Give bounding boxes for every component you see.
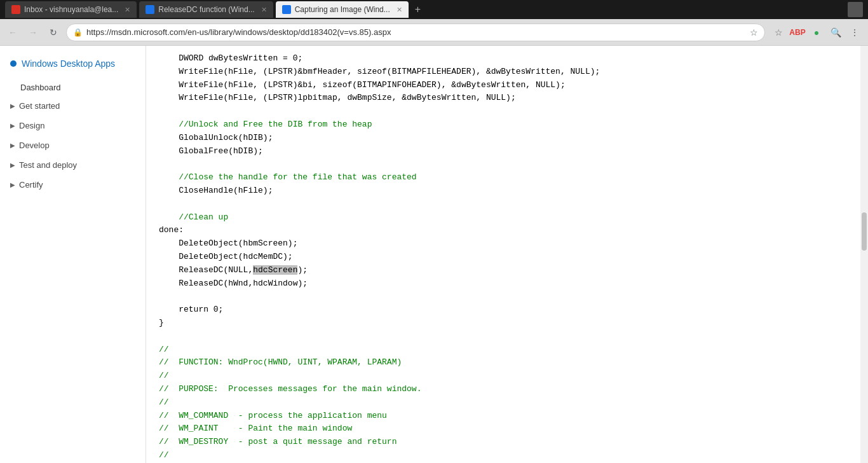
get-started-arrow-icon: ▶: [10, 102, 15, 109]
main-layout: Windows Desktop Apps Dashboard ▶ Get sta…: [0, 46, 868, 463]
forward-button[interactable]: →: [25, 25, 41, 40]
code-block: DWORD dwBytesWritten = 0; WriteFile(hFil…: [146, 46, 860, 463]
zoom-button[interactable]: 🔍: [827, 24, 844, 41]
new-tab-button[interactable]: +: [411, 4, 424, 15]
browser-actions: ☆ ABP ● 🔍 ⋮: [770, 24, 863, 41]
adblock-button[interactable]: ABP: [789, 24, 806, 41]
sidebar-item-test-and-deploy[interactable]: ▶ Test and deploy: [0, 155, 146, 175]
tab-capturing-close[interactable]: ✕: [397, 6, 402, 14]
sidebar-item-design[interactable]: ▶ Design: [0, 116, 146, 135]
test-arrow-icon: ▶: [10, 162, 15, 169]
browser-chrome: ← → ↻ 🔒 https://msdn.microsoft.com/en-us…: [0, 19, 868, 46]
tab-capturing[interactable]: Capturing an Image (Wind... ✕: [276, 1, 409, 18]
tab-gmail-label: Inbox - vishnuyanala@lea...: [24, 5, 118, 14]
lock-icon: 🔒: [73, 28, 83, 37]
menu-button[interactable]: ⋮: [846, 24, 863, 41]
sidebar: Windows Desktop Apps Dashboard ▶ Get sta…: [0, 46, 146, 463]
sidebar-item-certify[interactable]: ▶ Certify: [0, 175, 146, 195]
url-text: https://msdn.microsoft.com/en-us/library…: [86, 27, 746, 37]
tab-releasedc-close[interactable]: ✕: [261, 6, 267, 14]
sidebar-item-dashboard[interactable]: Dashboard: [0, 79, 146, 96]
back-button[interactable]: ←: [5, 25, 20, 40]
bookmark-star-icon[interactable]: ☆: [750, 27, 758, 38]
develop-arrow-icon: ▶: [10, 142, 15, 149]
certify-arrow-icon: ▶: [10, 181, 15, 188]
tab-capturing-label: Capturing an Image (Wind...: [295, 5, 390, 14]
tab-gmail-close[interactable]: ✕: [125, 6, 130, 14]
brand-dot: [10, 60, 17, 67]
address-bar[interactable]: 🔒 https://msdn.microsoft.com/en-us/libra…: [66, 24, 765, 41]
brand-text[interactable]: Windows Desktop Apps: [22, 59, 115, 69]
gmail-favicon: [11, 5, 20, 14]
scrollbar-track[interactable]: [860, 46, 868, 463]
tab-releasedc[interactable]: ReleaseDC function (Wind... ✕: [139, 1, 273, 18]
releasedc-favicon: [146, 5, 154, 14]
scrollbar-thumb[interactable]: [862, 212, 867, 251]
reload-button[interactable]: ↻: [46, 25, 61, 40]
tab-gmail[interactable]: Inbox - vishnuyanala@lea... ✕: [5, 1, 137, 18]
capturing-favicon: [282, 5, 291, 14]
content-area[interactable]: DWORD dwBytesWritten = 0; WriteFile(hFil…: [146, 46, 860, 463]
sidebar-item-get-started[interactable]: ▶ Get started: [0, 96, 146, 116]
profile-icon: [848, 2, 863, 17]
tab-releasedc-label: ReleaseDC function (Wind...: [158, 5, 254, 14]
sidebar-brand[interactable]: Windows Desktop Apps: [0, 59, 146, 79]
titlebar-right: [848, 2, 863, 17]
design-arrow-icon: ▶: [10, 122, 15, 129]
bookmark-button[interactable]: ☆: [770, 24, 787, 41]
sidebar-item-develop[interactable]: ▶ Develop: [0, 135, 146, 155]
os-titlebar: Inbox - vishnuyanala@lea... ✕ ReleaseDC …: [0, 0, 868, 19]
extension-button[interactable]: ●: [808, 24, 825, 41]
